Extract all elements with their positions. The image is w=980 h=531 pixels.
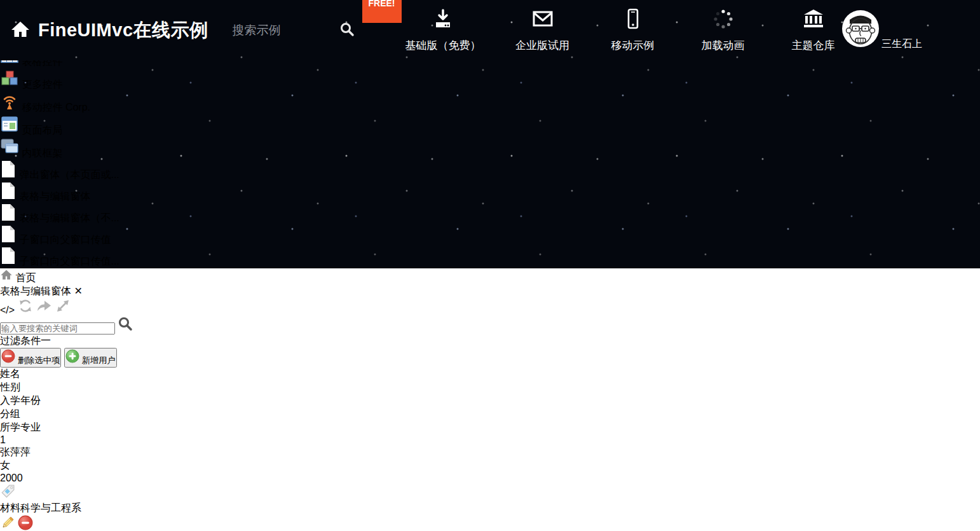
sidebar-subitem-label: 弹出窗体（本页面或... bbox=[19, 169, 119, 180]
table-header-row: 姓名 性别 入学年份 分组 所学专业 bbox=[0, 368, 980, 434]
nav-label: 加载动画 bbox=[702, 38, 745, 53]
row-number: 1 bbox=[0, 434, 980, 446]
column-header-name[interactable]: 姓名 bbox=[0, 368, 980, 381]
tab-grid-edit-window[interactable]: 表格与编辑窗体 ✕ bbox=[0, 285, 980, 298]
open-new-window-icon[interactable] bbox=[36, 305, 55, 315]
app-window: FineUIMvc在线示例 FREE! 基础版（免费） 企业版试用 bbox=[0, 0, 980, 531]
frames-icon bbox=[0, 148, 22, 158]
sidebar-item-iframe[interactable]: 内联框架 bbox=[0, 137, 980, 160]
spinner-icon bbox=[712, 8, 735, 33]
page-icon bbox=[0, 212, 17, 223]
sidebar-subitem-grid-edit-window-2[interactable]: 表格与编辑窗体（不... bbox=[0, 203, 980, 225]
antenna-icon bbox=[0, 102, 22, 113]
nav-loading-animation[interactable]: 加载动画 bbox=[695, 8, 752, 53]
tag-icon bbox=[0, 484, 980, 502]
nav-label: 移动示例 bbox=[611, 38, 655, 53]
refresh-icon[interactable] bbox=[18, 305, 36, 315]
sidebar-subitem-grid-edit-window[interactable]: 表格与编辑窗体 bbox=[0, 182, 980, 203]
sidebar-item-label: 更多控件 bbox=[22, 79, 62, 90]
nav-mobile-demo[interactable]: 移动示例 bbox=[604, 8, 662, 53]
nav-label: 基础版（免费） bbox=[405, 38, 481, 53]
sidebar-item-more-controls[interactable]: 更多控件 bbox=[0, 69, 980, 92]
column-header-major[interactable]: 所学专业 bbox=[0, 421, 980, 434]
column-header-group[interactable]: 分组 bbox=[0, 408, 980, 421]
minus-circle-icon bbox=[1, 355, 18, 365]
nav-theme-repo[interactable]: 主题仓库 bbox=[785, 8, 842, 53]
nav-label: 主题仓库 bbox=[792, 38, 835, 53]
sidebar-subitem-label: 表格与编辑窗体（不... bbox=[19, 212, 119, 223]
top-header: FineUIMvc在线示例 FREE! 基础版（免费） 企业版试用 bbox=[0, 0, 980, 60]
edit-pencil-icon[interactable] bbox=[0, 521, 15, 531]
button-label: 新增用户 bbox=[82, 355, 116, 365]
home-tab-icon bbox=[0, 272, 15, 283]
bank-icon bbox=[802, 8, 825, 33]
app-logo[interactable]: FineUIMvc在线示例 bbox=[10, 18, 208, 43]
cell-name: 张萍萍 bbox=[0, 446, 980, 459]
tab-label: 首页 bbox=[15, 272, 36, 283]
page-icon bbox=[0, 191, 17, 202]
header-search bbox=[233, 22, 355, 39]
mobile-icon bbox=[622, 8, 644, 33]
user-menu[interactable]: 三生石上 bbox=[842, 10, 922, 51]
nav-label: 企业版试用 bbox=[515, 38, 569, 53]
avatar bbox=[842, 38, 881, 49]
close-tab-icon[interactable]: ✕ bbox=[74, 286, 82, 296]
view-source-icon[interactable]: </> bbox=[0, 305, 15, 315]
grid-toolbar: 删除选中项 新增用户 bbox=[0, 348, 980, 368]
sidebar-subitem-label: 表格与编辑窗体 bbox=[19, 191, 90, 202]
sidebar-item-label: 内联框架 bbox=[22, 148, 62, 158]
tab-label: 表格与编辑窗体 bbox=[0, 286, 71, 296]
sidebar-item-label: 移动控件 bbox=[22, 102, 62, 113]
filter-row: 过滤条件一 bbox=[0, 316, 980, 348]
maximize-icon[interactable] bbox=[55, 305, 71, 315]
cubes-icon bbox=[0, 79, 22, 90]
user-name: 三生石上 bbox=[881, 38, 922, 49]
main-content: 首页 表格与编辑窗体 ✕ </> bbox=[0, 268, 980, 531]
page-icon bbox=[0, 234, 17, 245]
tab-tools: </> bbox=[0, 298, 980, 316]
search-icon[interactable] bbox=[118, 322, 133, 333]
delete-selected-button[interactable]: 删除选中项 bbox=[0, 348, 61, 368]
sidebar-subitem-label: 子窗口向父窗口传值 bbox=[19, 234, 111, 245]
page-icon bbox=[0, 256, 17, 266]
nav-enterprise-trial[interactable]: 企业版试用 bbox=[514, 8, 571, 53]
add-user-button[interactable]: 新增用户 bbox=[64, 348, 117, 368]
sidebar-subitem-popup-window[interactable]: 弹出窗体（本页面或... bbox=[0, 160, 980, 182]
sidebar-item-page-layout[interactable]: 页面布局 bbox=[0, 114, 980, 137]
sidebar-subitem-child-to-parent[interactable]: 子窗口向父窗口传值 bbox=[0, 225, 980, 247]
filter-dropdown-value: 过滤条件一 bbox=[0, 335, 51, 346]
column-header-gender[interactable]: 性别 bbox=[0, 381, 980, 394]
tab-home[interactable]: 首页 bbox=[0, 268, 980, 285]
search-icon[interactable] bbox=[339, 22, 355, 39]
grid-panel: 删除选中项 新增用户 姓名 性别 入学年份 分组 所学专业 bbox=[0, 348, 980, 531]
home-logo-icon bbox=[10, 19, 31, 42]
major-link[interactable]: 材料科学与工程系 bbox=[0, 502, 81, 513]
page-icon bbox=[0, 169, 17, 180]
filter-dropdown[interactable]: 过滤条件一 bbox=[0, 334, 980, 348]
delete-row-icon[interactable] bbox=[18, 521, 33, 531]
download-icon bbox=[432, 8, 454, 33]
plus-circle-icon bbox=[65, 355, 82, 365]
column-header-year[interactable]: 入学年份 bbox=[0, 394, 980, 408]
layout-icon bbox=[0, 125, 22, 135]
free-badge: FREE! bbox=[362, 0, 402, 23]
button-label: 删除选中项 bbox=[18, 355, 60, 365]
sidebar-item-label: 页面布局 bbox=[22, 125, 62, 135]
keyword-search bbox=[0, 316, 980, 334]
keyword-search-input[interactable] bbox=[0, 322, 115, 334]
sidebar-item-mobile-controls[interactable]: 移动控件 Corp. bbox=[0, 92, 980, 114]
sidebar-subitem-child-to-parent-2[interactable]: 子窗口向父窗口传值... bbox=[0, 247, 980, 268]
header-nav: FREE! 基础版（免费） 企业版试用 移动示例 bbox=[405, 8, 842, 53]
tab-bar: 首页 表格与编辑窗体 ✕ </> bbox=[0, 268, 980, 316]
cell-gender: 女 bbox=[0, 459, 980, 472]
table-row[interactable]: 1 张萍萍 女 2000 材料科学与工程系 bbox=[0, 434, 980, 531]
envelope-icon bbox=[531, 8, 554, 33]
nav-basic-free[interactable]: FREE! 基础版（免费） bbox=[405, 8, 481, 53]
cell-year: 2000 bbox=[0, 472, 980, 484]
sidebar-subitem-label: 子窗口向父窗口传值... bbox=[19, 256, 119, 266]
corp-badge: Corp. bbox=[65, 102, 90, 113]
header-search-input[interactable] bbox=[233, 24, 328, 38]
app-title: FineUIMvc在线示例 bbox=[38, 18, 208, 43]
